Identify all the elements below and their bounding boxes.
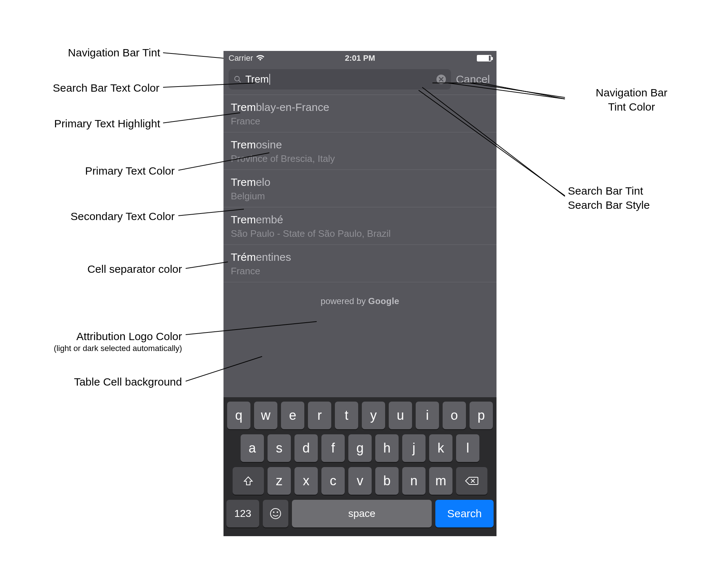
battery-icon [477, 55, 491, 61]
key-r[interactable]: r [308, 402, 331, 429]
search-input[interactable]: Trem [245, 73, 270, 85]
svg-point-4 [277, 511, 278, 513]
list-item[interactable]: Tremosine Province of Brescia, Italy [223, 132, 496, 170]
key-d[interactable]: d [294, 434, 318, 462]
key-e[interactable]: e [281, 402, 304, 429]
key-y[interactable]: y [362, 402, 385, 429]
key-l[interactable]: l [456, 434, 479, 462]
key-c[interactable]: c [321, 467, 345, 495]
annotation-primary-color: Primary Text Color [36, 164, 175, 178]
key-m[interactable]: m [429, 467, 452, 495]
svg-point-2 [270, 509, 281, 519]
list-item[interactable]: Trémentines France [223, 244, 496, 282]
svg-line-1 [239, 80, 241, 83]
key-u[interactable]: u [389, 402, 412, 429]
search-bar[interactable]: Trem [229, 69, 451, 89]
key-g[interactable]: g [348, 434, 372, 462]
search-row: Trem Cancel [223, 65, 496, 95]
svg-line-10 [186, 262, 228, 268]
key-emoji[interactable] [263, 500, 288, 527]
cancel-button[interactable]: Cancel [456, 73, 491, 85]
key-numbers[interactable]: 123 [226, 500, 259, 527]
annotation-searchbar-tint: Search Bar Tint Search Bar Style [568, 184, 695, 212]
keyboard: qwertyuiop asdfghjkl zxcvbnm 123 space S… [223, 397, 496, 536]
key-h[interactable]: h [375, 434, 399, 462]
key-search[interactable]: Search [435, 500, 494, 527]
key-w[interactable]: w [254, 402, 277, 429]
annotation-primary-highlight: Primary Text Highlight [22, 116, 160, 131]
search-icon [234, 75, 242, 83]
key-t[interactable]: t [335, 402, 358, 429]
key-k[interactable]: k [429, 434, 452, 462]
list-item[interactable]: Tremelo Belgium [223, 170, 496, 207]
carrier-label: Carrier [229, 53, 253, 63]
annotation-attribution: Attribution Logo Color (light or dark se… [22, 329, 182, 354]
key-p[interactable]: p [470, 402, 493, 429]
key-i[interactable]: i [416, 402, 439, 429]
svg-point-0 [235, 76, 240, 81]
key-a[interactable]: a [241, 434, 264, 462]
annotation-nav-tint: Navigation Bar Tint [22, 45, 160, 60]
key-b[interactable]: b [375, 467, 399, 495]
key-q[interactable]: q [227, 402, 250, 429]
key-space[interactable]: space [292, 500, 432, 527]
list-item[interactable]: Tremembé São Paulo - State of São Paulo,… [223, 207, 496, 244]
attribution: powered by Google [223, 282, 496, 310]
key-o[interactable]: o [443, 402, 466, 429]
wifi-icon [256, 55, 265, 61]
key-shift[interactable] [233, 467, 264, 495]
annotation-cell-bg: Table Cell background [22, 375, 182, 389]
svg-point-3 [273, 511, 274, 513]
annotation-search-text-color: Search Bar Text Color [14, 81, 159, 95]
key-v[interactable]: v [348, 467, 372, 495]
list-item[interactable]: Tremblay-en-France France [223, 95, 496, 132]
clear-icon[interactable] [436, 75, 446, 84]
key-j[interactable]: j [402, 434, 426, 462]
status-bar: Carrier 2:01 PM [223, 51, 496, 65]
annotation-secondary-color: Secondary Text Color [36, 209, 175, 223]
annotation-separator: Cell separator color [36, 262, 182, 276]
svg-line-5 [163, 53, 223, 58]
key-f[interactable]: f [321, 434, 345, 462]
results-list: Tremblay-en-France France Tremosine Prov… [223, 95, 496, 282]
phone-screenshot: Carrier 2:01 PM Trem Cancel Tremblay-en-… [223, 51, 496, 536]
key-z[interactable]: z [268, 467, 291, 495]
key-s[interactable]: s [268, 434, 291, 462]
annotation-nav-tint-color: Navigation Bar Tint Color [568, 85, 695, 114]
key-x[interactable]: x [294, 467, 318, 495]
key-backspace[interactable] [456, 467, 487, 495]
key-n[interactable]: n [402, 467, 426, 495]
